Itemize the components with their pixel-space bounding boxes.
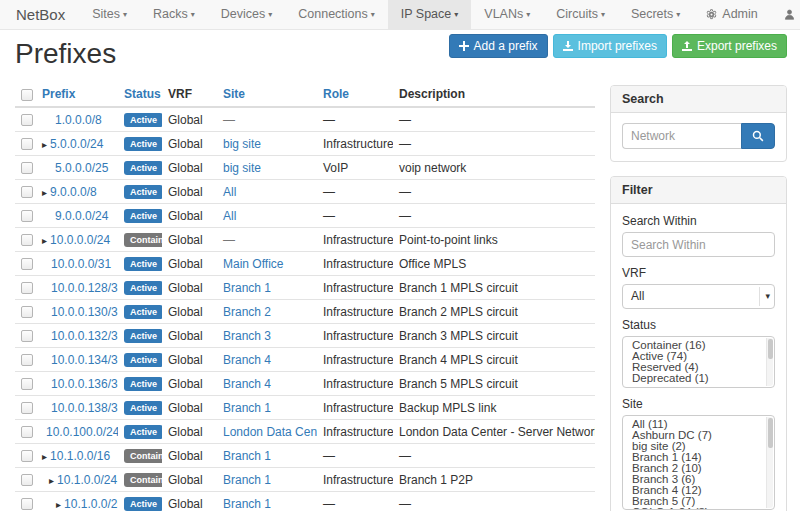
prefix-link[interactable]: 10.0.100.0/24 <box>46 425 118 439</box>
row-checkbox[interactable] <box>21 138 33 150</box>
app-brand[interactable]: NetBox <box>0 0 79 29</box>
search-input[interactable] <box>622 123 741 149</box>
site-link[interactable]: Branch 1 <box>223 281 271 295</box>
site-link[interactable]: Branch 1 <box>223 449 271 463</box>
table-row: ▸10.0.0.0/24 Container Global — Infrastr… <box>15 228 595 252</box>
nav-item-racks[interactable]: Racks▾ <box>140 0 208 29</box>
vrf-value: Global <box>168 473 203 487</box>
prefix-link[interactable]: 10.1.0.0/24 <box>57 473 117 487</box>
row-checkbox[interactable] <box>21 450 33 462</box>
description-value: — <box>399 137 411 151</box>
nav-item-circuits[interactable]: Circuits▾ <box>543 0 618 29</box>
chevron-down-icon: ▾ <box>765 285 770 308</box>
scrollbar-thumb[interactable] <box>768 418 773 448</box>
add-prefix-button[interactable]: Add a prefix <box>449 34 548 58</box>
column-header-role[interactable]: Role <box>317 84 393 107</box>
import-prefixes-button[interactable]: Import prefixes <box>553 34 667 58</box>
admin-menu-item[interactable]: Admin <box>693 0 770 29</box>
prefix-link[interactable]: 10.0.0.128/31 <box>51 281 118 295</box>
row-checkbox[interactable] <box>21 210 33 222</box>
profile-menu-item[interactable]: Profile <box>771 0 800 29</box>
row-checkbox[interactable] <box>21 186 33 198</box>
table-row: ▸5.0.0.0/25 Active Global big site VoIP … <box>15 156 595 180</box>
role-value: Infrastructure <box>323 473 393 487</box>
prefix-link[interactable]: 10.0.0.132/31 <box>51 329 118 343</box>
row-checkbox[interactable] <box>21 402 33 414</box>
table-row: ▸9.0.0.0/24 Active Global All — — <box>15 204 595 228</box>
site-link[interactable]: big site <box>223 137 261 151</box>
select-all-checkbox[interactable] <box>21 89 33 101</box>
nav-item-sites[interactable]: Sites▾ <box>79 0 140 29</box>
chevron-down-icon: ▾ <box>601 10 605 19</box>
prefix-link[interactable]: 5.0.0.0/24 <box>50 137 103 151</box>
row-checkbox[interactable] <box>21 282 33 294</box>
tree-indent <box>42 171 55 172</box>
role-value: Infrastructure <box>323 281 393 295</box>
role-value: Infrastructure <box>323 305 393 319</box>
site-link[interactable]: All <box>223 209 236 223</box>
prefix-link[interactable]: 5.0.0.0/25 <box>55 161 108 175</box>
description-value: Branch 3 MPLS circuit <box>399 329 518 343</box>
row-checkbox[interactable] <box>21 498 33 510</box>
row-checkbox[interactable] <box>21 306 33 318</box>
column-header-prefix[interactable]: Prefix <box>36 84 118 107</box>
prefix-link[interactable]: 1.0.0.0/8 <box>55 113 102 127</box>
nav-item-ip-space[interactable]: IP Space▾ <box>388 0 472 29</box>
site-link[interactable]: London Data Center <box>223 425 317 439</box>
export-prefixes-button[interactable]: Export prefixes <box>672 34 787 58</box>
site-link[interactable]: Branch 2 <box>223 305 271 319</box>
row-checkbox[interactable] <box>21 114 33 126</box>
site-link[interactable]: big site <box>223 161 261 175</box>
prefix-link[interactable]: 10.0.0.138/31 <box>51 401 118 415</box>
site-link[interactable]: Branch 4 <box>223 353 271 367</box>
row-checkbox[interactable] <box>21 354 33 366</box>
scrollbar-thumb[interactable] <box>768 339 773 359</box>
prefix-link[interactable]: 10.0.0.0/31 <box>51 257 111 271</box>
table-row: ▸10.1.0.0/25 Active Global Branch 1 — — <box>15 492 595 511</box>
vrf-select[interactable]: All ▾ <box>622 284 775 309</box>
prefix-link[interactable]: 10.0.0.136/31 <box>51 377 118 391</box>
row-checkbox[interactable] <box>21 474 33 486</box>
row-checkbox[interactable] <box>21 426 33 438</box>
prefix-link[interactable]: 10.0.0.0/24 <box>50 233 110 247</box>
site-link[interactable]: Branch 3 <box>223 329 271 343</box>
site-link[interactable]: Branch 1 <box>223 473 271 487</box>
nav-item-vlans[interactable]: VLANs▾ <box>471 0 543 29</box>
row-checkbox[interactable] <box>21 234 33 246</box>
filter-panel: Filter Search Within VRF All ▾ Status <box>610 176 787 511</box>
nav-item-devices[interactable]: Devices▾ <box>208 0 285 29</box>
nav-item-secrets[interactable]: Secrets▾ <box>618 0 693 29</box>
caret-right-icon: ▸ <box>56 499 61 510</box>
row-checkbox[interactable] <box>21 162 33 174</box>
search-panel-title: Search <box>611 86 786 113</box>
import-prefixes-label: Import prefixes <box>578 39 657 53</box>
site-link[interactable]: All <box>223 185 236 199</box>
prefix-link[interactable]: 10.1.0.0/25 <box>64 497 118 511</box>
tree-indent <box>42 507 56 508</box>
site-link[interactable]: Branch 1 <box>223 401 271 415</box>
row-checkbox[interactable] <box>21 330 33 342</box>
prefix-link[interactable]: 10.0.0.130/31 <box>51 305 118 319</box>
column-header-status[interactable]: Status <box>118 84 162 107</box>
site-link: — <box>223 233 235 247</box>
site-link[interactable]: Branch 4 <box>223 377 271 391</box>
tree-indent <box>42 219 55 220</box>
prefix-link[interactable]: 10.1.0.0/16 <box>50 449 110 463</box>
caret-right-icon: ▸ <box>42 139 47 150</box>
site-link[interactable]: Main Office <box>223 257 283 271</box>
row-checkbox[interactable] <box>21 258 33 270</box>
listbox-option[interactable]: Deprecated (1) <box>623 373 774 384</box>
table-row: ▸10.0.0.132/31 Active Global Branch 3 In… <box>15 324 595 348</box>
prefix-link[interactable]: 9.0.0.0/24 <box>55 209 108 223</box>
prefix-link[interactable]: 10.0.0.134/31 <box>51 353 118 367</box>
vrf-value: Global <box>168 281 203 295</box>
description-value: — <box>399 449 411 463</box>
search-button[interactable] <box>741 123 775 149</box>
column-header-site[interactable]: Site <box>217 84 317 107</box>
listbox-option[interactable]: COLO-1-24 (3) <box>623 507 774 510</box>
site-link[interactable]: Branch 1 <box>223 497 271 511</box>
prefix-link[interactable]: 9.0.0.0/8 <box>50 185 97 199</box>
row-checkbox[interactable] <box>21 378 33 390</box>
nav-item-connections[interactable]: Connections▾ <box>285 0 388 29</box>
search-within-input[interactable] <box>622 232 775 257</box>
